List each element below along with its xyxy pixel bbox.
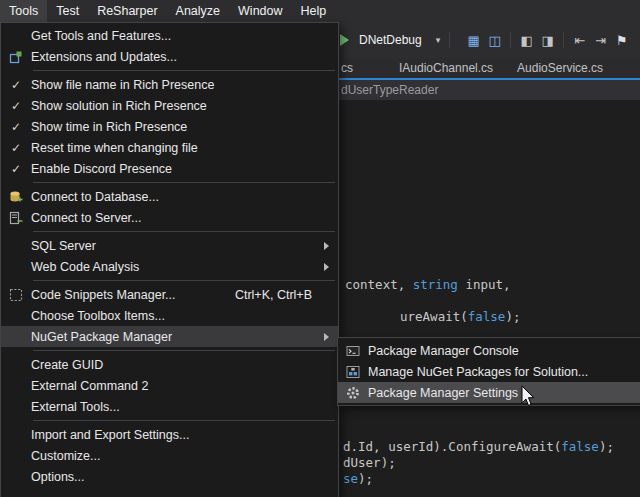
- tab-strip-tabs: csIAudioChannel.csAudioService.cs: [337, 58, 615, 78]
- toolbar-separator: [563, 32, 564, 48]
- debug-target-label: DNetDebug: [359, 33, 422, 47]
- menu-separator: [33, 350, 335, 351]
- vs-window: ToolsTestReSharperAnalyzeWindowHelp DNet…: [0, 0, 640, 497]
- menu-item-label: Code Snippets Manager...: [31, 288, 176, 302]
- toolbar-icons: ▦◫◧◨⇤⇥⚑: [463, 32, 632, 48]
- menu-item-label: Choose Toolbox Items...: [31, 309, 165, 323]
- check-icon: ✓: [1, 99, 31, 113]
- extensions-icon: [1, 50, 31, 64]
- toolbar-separator: [449, 32, 450, 48]
- menu-separator: [33, 280, 335, 281]
- decrease-indent-icon[interactable]: ⇤: [569, 33, 590, 48]
- menu-item-extensions-and-updates[interactable]: Extensions and Updates...: [1, 46, 338, 67]
- menu-item-reset-time-when-changing-file[interactable]: ✓Reset time when changing file: [1, 137, 338, 158]
- menu-item-choose-toolbox-items[interactable]: Choose Toolbox Items...: [1, 305, 338, 326]
- server-icon: [1, 211, 31, 225]
- increase-indent-icon[interactable]: ⇥: [590, 33, 611, 48]
- breadcrumb[interactable]: dUserTypeReader: [341, 83, 438, 97]
- menu-item-label: Import and Export Settings...: [31, 428, 189, 442]
- database-icon: [1, 190, 31, 204]
- tab-cs[interactable]: cs: [337, 58, 387, 78]
- menu-item-manage-nuget-packages-for-solution[interactable]: Manage NuGet Packages for Solution...: [338, 361, 640, 382]
- check-icon: ✓: [1, 141, 31, 155]
- console-icon: [338, 344, 368, 358]
- menu-item-label: Web Code Analysis: [31, 260, 139, 274]
- toolbar-group: DNetDebug ▾ ▦◫◧◨⇤⇥⚑: [340, 22, 632, 58]
- menubar-item-resharper[interactable]: ReSharper: [88, 0, 166, 22]
- menu-item-shortcut: Ctrl+K, Ctrl+B: [235, 288, 338, 302]
- navigate-forward-icon[interactable]: ◨: [537, 33, 558, 48]
- menu-item-label: Reset time when changing file: [31, 141, 198, 155]
- manage-packages-icon: [338, 365, 368, 379]
- submenu-arrow-icon: [324, 263, 329, 271]
- menu-item-external-tools[interactable]: External Tools...: [1, 396, 338, 417]
- toolbar-separator: [510, 32, 511, 48]
- menu-item-customize[interactable]: Customize...: [1, 445, 338, 466]
- menubar-item-analyze[interactable]: Analyze: [167, 0, 229, 22]
- menu-item-label: Package Manager Console: [368, 344, 519, 358]
- bookmark-icon[interactable]: ⚑: [611, 33, 632, 48]
- menubar-item-window[interactable]: Window: [229, 0, 291, 22]
- tab-audioservice-cs[interactable]: AudioService.cs: [505, 58, 615, 78]
- menu-item-label: Create GUID: [31, 358, 103, 372]
- menu-item-nuget-package-manager[interactable]: NuGet Package Manager: [1, 326, 338, 347]
- menu-item-show-time-in-rich-presence[interactable]: ✓Show time in Rich Presence: [1, 116, 338, 137]
- menu-item-code-snippets-manager[interactable]: Code Snippets Manager...Ctrl+K, Ctrl+B: [1, 284, 338, 305]
- menu-item-connect-to-server[interactable]: Connect to Server...: [1, 207, 338, 228]
- menu-item-connect-to-database[interactable]: Connect to Database...: [1, 186, 338, 207]
- menu-item-enable-discord-presence[interactable]: ✓Enable Discord Presence: [1, 158, 338, 179]
- snippets-icon: [1, 288, 31, 302]
- menu-item-label: Options...: [31, 470, 85, 484]
- menu-item-label: Show solution in Rich Presence: [31, 99, 207, 113]
- menubar-item-help[interactable]: Help: [292, 0, 336, 22]
- menu-item-label: Get Tools and Features...: [31, 29, 171, 43]
- menu-item-label: Manage NuGet Packages for Solution...: [368, 365, 588, 379]
- menu-item-package-manager-console[interactable]: Package Manager Console: [338, 340, 640, 361]
- menu-item-sql-server[interactable]: SQL Server: [1, 235, 338, 256]
- menu-item-label: Show time in Rich Presence: [31, 120, 187, 134]
- menu-separator: [33, 231, 335, 232]
- menu-item-create-guid[interactable]: Create GUID: [1, 354, 338, 375]
- gear-icon: [338, 386, 368, 400]
- menu-separator: [33, 70, 335, 71]
- start-debug-icon[interactable]: [340, 34, 349, 46]
- menu-item-label: Extensions and Updates...: [31, 50, 177, 64]
- menu-item-label: NuGet Package Manager: [31, 330, 172, 344]
- attach-to-process-icon[interactable]: ▦: [463, 33, 484, 48]
- quick-launch-icon[interactable]: ◫: [484, 33, 505, 48]
- menu-item-label: External Tools...: [31, 400, 120, 414]
- navigate-back-icon[interactable]: ◧: [516, 33, 537, 48]
- submenu-arrow-icon: [324, 242, 329, 250]
- nuget-submenu: Package Manager ConsoleManage NuGet Pack…: [337, 337, 640, 406]
- check-icon: ✓: [1, 120, 31, 134]
- menu-item-show-file-name-in-rich-presence[interactable]: ✓Show file name in Rich Presence: [1, 74, 338, 95]
- tab-label: AudioService.cs: [517, 61, 603, 75]
- menu-separator: [33, 182, 335, 183]
- menu-item-show-solution-in-rich-presence[interactable]: ✓Show solution in Rich Presence: [1, 95, 338, 116]
- menu-item-web-code-analysis[interactable]: Web Code Analysis: [1, 256, 338, 277]
- tab-label: cs: [341, 61, 353, 75]
- menu-item-label: Connect to Database...: [31, 190, 159, 204]
- menu-item-options[interactable]: Options...: [1, 466, 338, 487]
- menu-item-label: SQL Server: [31, 239, 96, 253]
- tab-iaudiochannel-cs[interactable]: IAudioChannel.cs: [387, 58, 505, 78]
- check-icon: ✓: [1, 162, 31, 176]
- menu-item-external-command-2[interactable]: External Command 2: [1, 375, 338, 396]
- tools-menu: Get Tools and Features...Extensions and …: [0, 22, 339, 497]
- menu-item-label: Customize...: [31, 449, 100, 463]
- menu-item-get-tools-and-features[interactable]: Get Tools and Features...: [1, 25, 338, 46]
- menu-item-import-and-export-settings[interactable]: Import and Export Settings...: [1, 424, 338, 445]
- menu-item-label: Package Manager Settings: [368, 386, 518, 400]
- menubar-item-test[interactable]: Test: [47, 0, 88, 22]
- submenu-arrow-icon: [324, 333, 329, 341]
- menu-item-label: Show file name in Rich Presence: [31, 78, 214, 92]
- menu-item-label: Connect to Server...: [31, 211, 141, 225]
- menu-item-label: External Command 2: [31, 379, 148, 393]
- menu-item-package-manager-settings[interactable]: Package Manager Settings: [338, 382, 640, 403]
- menu-bar: ToolsTestReSharperAnalyzeWindowHelp: [0, 0, 640, 22]
- chevron-down-icon: ▾: [436, 35, 441, 45]
- menu-separator: [33, 420, 335, 421]
- debug-target-dropdown[interactable]: DNetDebug ▾: [355, 31, 444, 49]
- menubar-item-tools[interactable]: Tools: [0, 0, 47, 22]
- check-icon: ✓: [1, 78, 31, 92]
